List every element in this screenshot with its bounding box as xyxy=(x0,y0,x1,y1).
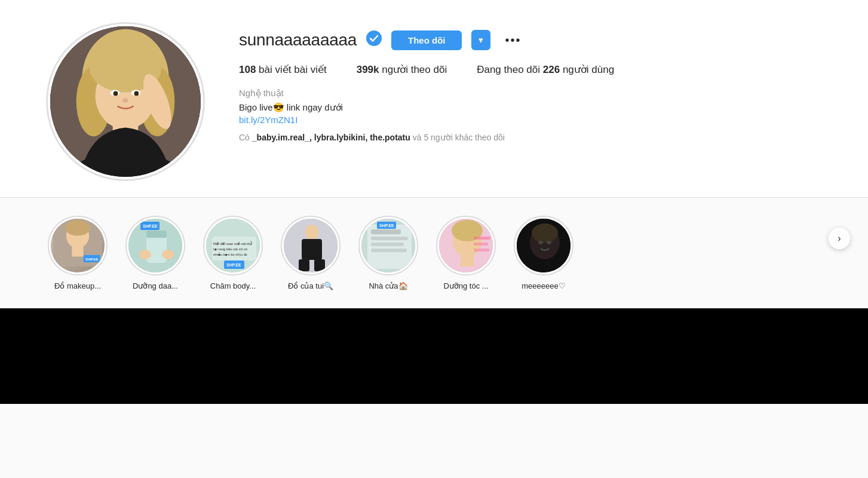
followers-label: người theo dõi xyxy=(382,64,447,75)
highlight-thumb-7 xyxy=(517,219,571,272)
svg-point-18 xyxy=(65,220,90,235)
posts-label: bài viết xyxy=(259,64,291,75)
svg-point-59 xyxy=(532,223,558,243)
following-stat: Đang theo dõi 226 người dùng xyxy=(477,63,614,76)
svg-rect-55 xyxy=(474,243,488,246)
svg-rect-56 xyxy=(474,249,489,252)
followers-stat: 399k người theo dõi xyxy=(357,63,447,76)
highlight-label-7: meeeeeee♡ xyxy=(522,281,565,290)
highlights-section: SHP.EE Đồ makeup... SHP.EE xyxy=(0,198,868,308)
highlight-ring-7 xyxy=(514,216,573,275)
svg-point-11 xyxy=(134,91,139,96)
svg-text:tại mng kêu cái cũ có: tại mng kêu cái cũ có xyxy=(213,247,248,252)
highlight-ring-1: SHP.EE xyxy=(48,216,108,275)
svg-text:SHP.EE: SHP.EE xyxy=(85,257,99,261)
highlight-ring-3: Mới đời wax mới xài thử tại mng kêu cái … xyxy=(203,216,263,275)
highlight-thumb-2: SHP.EE xyxy=(128,219,182,272)
svg-text:SHP.EE: SHP.EE xyxy=(379,223,394,228)
highlight-ring-6 xyxy=(436,216,496,275)
highlight-item-3[interactable]: Mới đời wax mới xài thử tại mng kêu cái … xyxy=(203,216,263,290)
scroll-right-button[interactable]: › xyxy=(829,228,850,249)
highlight-label-6: Dưỡng tóc ... xyxy=(443,281,488,290)
highlight-label-3: Chăm body... xyxy=(210,281,256,290)
bottom-bar xyxy=(0,308,868,404)
verified-badge xyxy=(366,30,382,50)
svg-point-61 xyxy=(547,241,551,244)
svg-rect-24 xyxy=(146,231,167,238)
highlight-ring-2: SHP.EE xyxy=(125,216,185,275)
chevron-right-icon: › xyxy=(838,233,841,244)
profile-header: sunnaaaaaaaaa Theo dõi ▾ ••• xyxy=(0,0,868,197)
svg-rect-37 xyxy=(305,225,318,240)
svg-rect-45 xyxy=(371,243,404,246)
username: sunnaaaaaaaaa xyxy=(239,30,357,50)
highlight-item-7[interactable]: meeeeeee♡ xyxy=(514,216,573,290)
svg-point-28 xyxy=(162,250,174,259)
follow-button[interactable]: Theo dõi xyxy=(391,30,462,50)
svg-text:Mới đời wax mới xài thử: Mới đời wax mới xài thử xyxy=(213,241,253,246)
highlight-thumb-3: Mới đời wax mới xài thử tại mng kêu cái … xyxy=(206,219,260,272)
bio-link[interactable]: bit.ly/2YmZN1I xyxy=(239,115,297,125)
following-count: 226 xyxy=(543,64,560,75)
followers-count: 399k xyxy=(357,64,379,75)
highlight-ring-5: SHP.EE xyxy=(358,216,418,275)
svg-rect-46 xyxy=(371,249,407,252)
highlight-label-4: Đồ của tui🔍 xyxy=(288,281,333,290)
highlight-label-5: Nhà cửa🏠 xyxy=(369,281,407,290)
highlight-label-2: Dưỡng daa... xyxy=(133,281,178,290)
svg-rect-39 xyxy=(299,259,309,271)
svg-text:nhiều bạn ko chịu đc: nhiều bạn ko chịu đc xyxy=(213,252,247,257)
profile-info: sunnaaaaaaaaa Theo dõi ▾ ••• xyxy=(239,24,820,142)
highlight-item-5[interactable]: SHP.EE Nhà cửa🏠 xyxy=(358,216,418,290)
svg-rect-43 xyxy=(371,229,401,234)
highlight-ring-4 xyxy=(281,216,341,275)
svg-rect-44 xyxy=(371,237,408,240)
stats-row: 108 bài viết bài viết 399k người theo dõ… xyxy=(239,63,820,76)
svg-point-60 xyxy=(538,241,543,244)
bio-line1: Bigo live😎 link ngay dưới xyxy=(239,101,820,115)
avatar-container xyxy=(48,24,203,179)
mutual-prefix: Có xyxy=(239,133,250,142)
username-row: sunnaaaaaaaaa Theo dõi ▾ ••• xyxy=(239,30,820,50)
svg-text:SHP.EE: SHP.EE xyxy=(226,263,241,267)
mutual-followers: Có _baby.im.real_, lybra.lybikini, the.p… xyxy=(239,133,820,142)
svg-rect-53 xyxy=(461,253,474,266)
profile-page: sunnaaaaaaaaa Theo dõi ▾ ••• xyxy=(0,0,868,404)
avatar xyxy=(48,24,203,179)
highlight-thumb-5: SHP.EE xyxy=(361,219,415,272)
svg-point-14 xyxy=(366,30,382,46)
mutual-suffix: và 5 người khác theo dõi xyxy=(413,133,505,142)
highlight-item-2[interactable]: SHP.EE Dưỡng daa... xyxy=(125,216,185,290)
highlight-thumb-4 xyxy=(284,219,338,272)
following-label: người dùng xyxy=(563,64,614,75)
svg-rect-54 xyxy=(474,237,490,240)
following-prefix: Đang theo dõi xyxy=(477,64,540,75)
dropdown-button[interactable]: ▾ xyxy=(471,30,490,50)
highlight-thumb-1: SHP.EE xyxy=(51,219,105,272)
highlight-item-1[interactable]: SHP.EE Đồ makeup... xyxy=(48,216,108,290)
svg-rect-38 xyxy=(302,239,322,260)
svg-text:SHP.EE: SHP.EE xyxy=(143,224,158,228)
highlight-thumb-6 xyxy=(439,219,493,272)
posts-stat: 108 bài viết bài viết xyxy=(239,63,327,76)
highlight-item-6[interactable]: Dưỡng tóc ... xyxy=(436,216,496,290)
avatar-image xyxy=(50,26,201,177)
svg-point-27 xyxy=(139,250,151,259)
highlight-label-1: Đồ makeup... xyxy=(54,281,101,290)
highlight-item-4[interactable]: Đồ của tui🔍 xyxy=(281,216,341,290)
svg-point-10 xyxy=(114,91,118,96)
bio-category: Nghệ thuật xyxy=(239,88,820,99)
svg-rect-19 xyxy=(72,246,83,256)
svg-point-12 xyxy=(122,98,128,103)
posts-count: 108 xyxy=(239,64,256,75)
svg-rect-40 xyxy=(314,259,325,271)
dropdown-arrow-icon: ▾ xyxy=(479,35,483,45)
bio-section: Nghệ thuật Bigo live😎 link ngay dưới bit… xyxy=(239,88,820,125)
more-options-button[interactable]: ••• xyxy=(500,31,526,50)
mutual-accounts[interactable]: _baby.im.real_, lybra.lybikini, the.pota… xyxy=(252,133,410,142)
more-dots-icon: ••• xyxy=(505,33,521,47)
